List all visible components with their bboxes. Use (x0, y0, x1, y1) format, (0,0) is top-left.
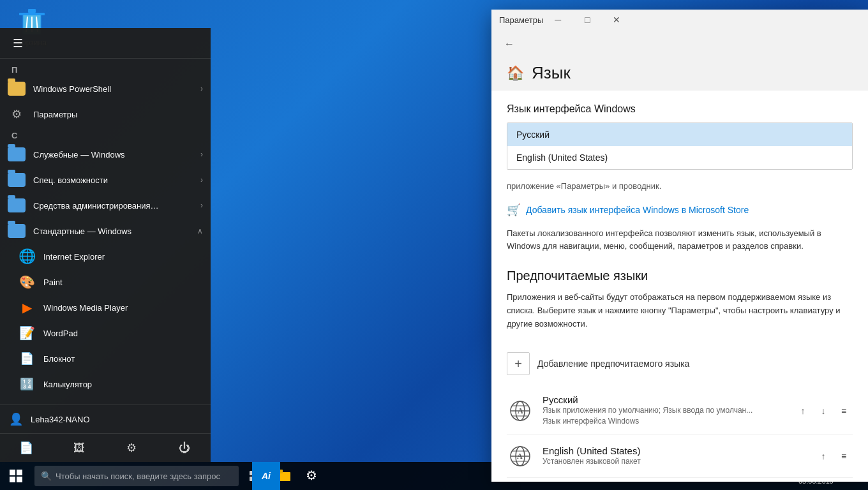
standartnye-arrow: ∧ (197, 226, 203, 235)
docs-icon: 📄 (19, 441, 33, 455)
sluzhebnyye-arrow: › (200, 150, 203, 159)
preferred-title: Предпочитаемые языки (507, 269, 853, 283)
start-photos-item[interactable]: 🖼 (53, 434, 106, 462)
search-input[interactable] (56, 471, 232, 481)
start-menu-top: ☰ (0, 28, 211, 59)
ie-label: Internet Explorer (43, 252, 203, 262)
powershell-folder-icon (8, 80, 26, 98)
start-menu-bottom: 👤 Leha342-NANO 📄 🖼 ⚙ ⏻ (0, 405, 211, 462)
start-button[interactable] (0, 462, 32, 490)
desktop: Корзина ☰ П Windows PowerShell › ⚙ Парам… (0, 0, 868, 490)
settings-icon-sm: ⚙ (8, 105, 26, 123)
start-item-kalkulator[interactable]: 🔢 Калькулятор (0, 371, 211, 397)
search-icon: 🔍 (41, 471, 52, 481)
maximize-button[interactable]: □ (572, 10, 602, 30)
close-button[interactable]: ✕ (602, 10, 631, 30)
ru-sort-up-icon[interactable]: ↑ (794, 402, 812, 420)
hamburger-icon[interactable]: ☰ (8, 31, 28, 56)
store-link-text: Добавить язык интерфейса Windows в Micro… (526, 205, 749, 215)
start-item-sluzhebnyye[interactable]: Служебные — Windows › (0, 142, 211, 167)
start-item-windows-powershell[interactable]: Windows PowerShell › (0, 76, 211, 101)
start-item-wordpad[interactable]: 📝 WordPad (0, 320, 211, 346)
start-item-wmp[interactable]: ▶ Windows Media Player (0, 295, 211, 320)
start-settings-item[interactable]: ⚙ (105, 434, 158, 462)
bloknot-label: Блокнот (43, 354, 203, 364)
powershell-label: Windows PowerShell (33, 84, 193, 94)
window-title: Параметры (499, 15, 543, 25)
parametry-label: Параметры (33, 110, 203, 119)
preferred-desc: Приложения и веб-сайты будут отображатьс… (507, 291, 853, 330)
ru-globe-icon: А (507, 397, 534, 424)
svg-rect-2 (28, 9, 36, 13)
start-item-sredstva-adm[interactable]: Средства администрирования… › (0, 193, 211, 218)
paint-icon: 🎨 (18, 273, 36, 291)
add-circle-icon: + (507, 352, 530, 375)
ie-icon: 🌐 (18, 248, 36, 265)
en-lang-info: English (United States) Установлен языко… (542, 445, 805, 467)
ai-button[interactable]: Ai (252, 462, 280, 490)
en-lang-name: English (United States) (542, 445, 805, 456)
en-globe-icon: A (507, 443, 534, 470)
user-name-label: Leha342-NANO (31, 415, 90, 424)
window-content: Язык интерфейса Windows Русский English … (491, 91, 868, 482)
ru-lang-name: Русский (542, 394, 785, 405)
start-item-spec[interactable]: Спец. возможности › (0, 167, 211, 193)
page-home-icon: 🏠 (507, 65, 524, 82)
wmp-icon: ▶ (18, 299, 36, 316)
svg-rect-21 (17, 477, 22, 482)
pref-lang-en: A English (United States) Установлен язы… (507, 435, 853, 478)
back-button[interactable]: ← (499, 34, 520, 54)
lang-option-ru[interactable]: Русский (507, 123, 852, 146)
start-item-nozhnicy[interactable]: ✂ Ножницы (0, 397, 211, 405)
settings-window: Параметры ─ □ ✕ ← 🏠 Язык Язык интерфейса… (491, 10, 868, 482)
start-power-item[interactable]: ⏻ (158, 434, 211, 462)
spec-folder-icon (8, 171, 26, 189)
ru-sort-down-icon[interactable]: ↓ (814, 402, 832, 420)
start-item-bloknot[interactable]: 📄 Блокнот (0, 346, 211, 371)
en-lang-desc: Установлен языковой пакет (542, 456, 805, 467)
start-menu-list: П Windows PowerShell › ⚙ Параметры С (0, 59, 211, 405)
taskbar-settings-icon: ⚙ (306, 468, 317, 483)
window-controls: ─ □ ✕ (543, 10, 631, 30)
standartnye-folder-icon (8, 222, 26, 240)
pref-lang-ru: А Русский Язык приложения по умолчанию; … (507, 387, 853, 435)
start-item-parametry[interactable]: ⚙ Параметры (0, 101, 211, 127)
taskbar-search-box[interactable]: 🔍 (34, 466, 239, 486)
start-item-paint[interactable]: 🎨 Paint (0, 269, 211, 295)
spec-label: Спец. возможности (33, 175, 193, 185)
start-menu: ☰ П Windows PowerShell › ⚙ Параметры С (0, 28, 211, 462)
info-text: Пакеты локализованного интерфейса позвол… (507, 227, 853, 254)
taskbar-settings-app[interactable]: ⚙ (297, 462, 326, 490)
start-item-ie[interactable]: 🌐 Internet Explorer (0, 244, 211, 269)
sluzhebnyye-label: Служебные — Windows (33, 150, 193, 160)
en-lang-actions: ↑ ≡ (814, 447, 853, 465)
interface-lang-title: Язык интерфейса Windows (507, 103, 853, 115)
minimize-button[interactable]: ─ (543, 10, 572, 30)
start-item-standartnye[interactable]: Стандартные — Windows ∧ (0, 218, 211, 244)
window-header: 🏠 Язык (491, 58, 868, 91)
sredstva-adm-arrow: › (200, 201, 203, 210)
language-dropdown[interactable]: Русский English (United States) (507, 122, 853, 170)
page-title: Язык (532, 63, 571, 83)
paint-label: Paint (43, 278, 203, 287)
svg-rect-1 (19, 13, 45, 15)
ru-lang-actions: ↑ ↓ ≡ (794, 402, 853, 420)
standartnye-label: Стандартные — Windows (33, 226, 190, 236)
section-letter-s: С (0, 127, 211, 142)
ru-lang-desc1: Язык приложения по умолчанию; Язык ввода… (542, 405, 785, 416)
store-link[interactable]: 🛒 Добавить язык интерфейса Windows в Mic… (507, 203, 853, 217)
store-icon: 🛒 (507, 203, 521, 217)
en-options-icon[interactable]: ≡ (835, 447, 853, 465)
wordpad-icon: 📝 (18, 324, 36, 342)
start-docs-item[interactable]: 📄 (0, 434, 53, 462)
settings-bottom-icon: ⚙ (126, 441, 137, 455)
lang-option-en[interactable]: English (United States) (507, 146, 852, 169)
en-sort-up-icon[interactable]: ↑ (814, 447, 832, 465)
svg-rect-20 (10, 477, 15, 482)
ru-options-icon[interactable]: ≡ (835, 402, 853, 420)
notepad-icon: 📄 (18, 350, 36, 368)
add-lang-button[interactable]: + Добавление предпочитаемого языка (507, 346, 853, 382)
sredstva-adm-label: Средства администрирования… (33, 201, 193, 211)
kalkulator-label: Калькулятор (43, 380, 203, 389)
start-user-item[interactable]: 👤 Leha342-NANO (0, 405, 211, 433)
